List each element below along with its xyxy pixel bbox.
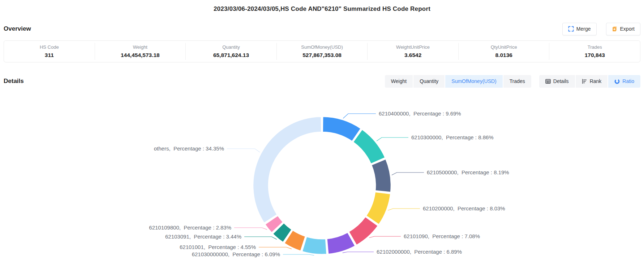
slice-label-621030000000: 621030000000, Percentage : 6.09% [192,251,280,257]
slice-label-6210200000: 6210200000, Percentage : 8.03% [423,205,505,211]
table-icon [545,79,551,84]
metric-tab-weight[interactable]: Weight [385,75,413,88]
stat-value: 65,871,624.13 [186,52,276,58]
stat-trades: Trades170,843 [549,43,640,60]
donut-icon [614,79,620,84]
metric-tab-trades[interactable]: Trades [503,75,531,88]
view-tab-ratio[interactable]: Ratio [608,75,640,88]
merge-icon [568,26,574,32]
details-heading: Details [4,78,24,85]
page-title: 2023/03/06-2024/03/05,HS Code AND"6210" … [0,0,644,13]
donut-slice-6210500000[interactable] [372,159,391,192]
export-icon [612,26,618,32]
stat-sumofmoney-usd: SumOfMoney(USD)527,867,353.08 [277,43,368,60]
tab-label: Details [553,78,569,84]
stat-quantity: Quantity65,871,624.13 [186,43,277,60]
stat-value: 170,843 [549,52,640,58]
view-tab-details[interactable]: Details [539,75,575,88]
slice-label-62101090: 62101090, Percentage : 7.08% [404,233,480,239]
metric-tab-group: WeightQuantitySumOfMoney(USD)Trades [385,75,531,88]
ratio-chart-area: 6210400000, Percentage : 9.69%6210300000… [0,90,644,259]
tab-label: SumOfMoney(USD) [451,78,496,84]
label-leader-line [227,149,260,152]
stat-label: HS Code [4,44,95,50]
stat-label: Weight [95,44,186,50]
stat-label: Quantity [186,44,276,50]
donut-slice-others[interactable] [253,117,321,223]
stat-value: 3.6542 [368,52,458,58]
label-leader-line [283,254,314,255]
export-button[interactable]: Export [606,23,640,35]
stat-value: 8.0136 [459,52,549,58]
stat-label: WeightUnitPrice [368,44,458,50]
stat-weight: Weight144,454,573.18 [95,43,186,60]
donut-slice-6210400000[interactable] [323,117,361,141]
slice-label-6210300000: 6210300000, Percentage : 8.86% [411,134,494,140]
donut-chart-svg: 6210400000, Percentage : 9.69%6210300000… [0,90,644,259]
label-leader-line [234,228,267,230]
label-leader-line [392,172,424,175]
slice-label-others: others, Percentage : 34.35% [154,145,224,152]
merge-button-label: Merge [576,26,591,32]
label-leader-line [244,237,277,239]
label-leader-line [377,137,408,141]
label-leader-line [388,209,420,210]
overview-heading: Overview [4,25,31,32]
tab-label: Quantity [420,78,438,84]
overview-stats-panel: HS Code311Weight144,454,573.18Quantity65… [4,40,640,62]
metric-tab-quantity[interactable]: Quantity [413,75,445,88]
donut-slice-6210300000[interactable] [353,130,385,164]
view-tab-group: DetailsRankRatio [539,75,640,88]
export-button-label: Export [620,26,635,32]
details-header-row: Details WeightQuantitySumOfMoney(USD)Tra… [0,74,644,88]
merge-button[interactable]: Merge [562,23,597,35]
metric-tab-sumofmoney-usd[interactable]: SumOfMoney(USD) [445,75,502,88]
label-leader-line [343,114,376,118]
slice-label-6210400000: 6210400000, Percentage : 9.69% [379,110,461,117]
label-leader-line [369,236,401,238]
slice-label-6210500000: 6210500000, Percentage : 8.19% [427,169,509,175]
label-leader-line [343,252,374,253]
tab-label: Trades [510,78,525,84]
overview-header-row: Overview Merge Export [0,22,644,36]
tab-label: Weight [391,78,407,84]
stat-hs-code: HS Code311 [4,43,95,60]
stat-weightunitprice: WeightUnitPrice3.6542 [368,43,459,60]
toolbar: Merge Export [562,23,640,35]
slice-label-62101001: 62101001, Percentage : 4.55% [180,244,256,250]
tab-label: Ratio [622,78,634,84]
stat-value: 144,454,573.18 [95,52,186,58]
label-leader-line [259,247,292,249]
stat-value: 527,867,353.08 [277,52,368,58]
slice-label-6210109800: 6210109800, Percentage : 2.83% [149,224,231,231]
tab-label: Rank [590,78,602,84]
slice-label-62103091: 62103091, Percentage : 3.44% [165,233,241,240]
stat-value: 311 [4,52,95,58]
rank-icon [582,79,587,84]
stat-label: Trades [549,44,640,50]
stat-label: SumOfMoney(USD) [277,44,368,50]
slice-label-62102000000: 62102000000, Percentage : 6.89% [377,249,462,255]
details-tab-area: WeightQuantitySumOfMoney(USD)Trades Deta… [385,75,640,88]
view-tab-rank[interactable]: Rank [576,75,608,88]
stat-qtyunitprice: QtyUnitPrice8.0136 [459,43,550,60]
donut-slice-621030000000[interactable] [302,237,327,254]
stat-label: QtyUnitPrice [459,44,549,50]
